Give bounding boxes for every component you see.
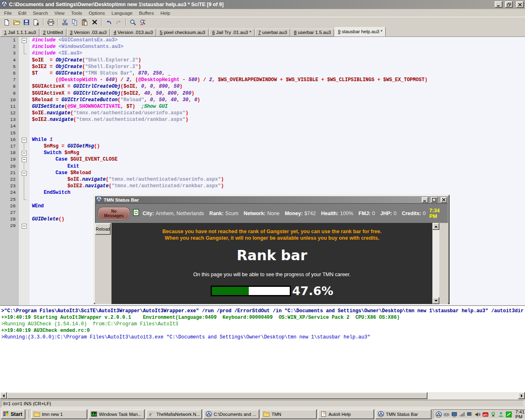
- code-text: $oIE = ObjCreate("Shell.Explorer.2"): [30, 57, 141, 64]
- task-button-tmn-status-bar[interactable]: TMN Status Bar: [375, 409, 432, 419]
- tab-9[interactable]: 9 stausbar help.au3 *: [334, 27, 386, 36]
- network-warning-tray-icon[interactable]: ?: [467, 411, 473, 418]
- new-file-icon[interactable]: [2, 18, 11, 27]
- fold-toggle[interactable]: [19, 37, 30, 43]
- scroll-up-button[interactable]: [432, 223, 439, 230]
- menu-edit[interactable]: Edit: [15, 10, 30, 16]
- line-number: 24: [0, 189, 19, 196]
- menu-tools[interactable]: Tools: [68, 10, 86, 16]
- windows-flag-icon: [3, 411, 9, 418]
- ati-tray-icon[interactable]: ATI: [482, 411, 489, 418]
- tab-2[interactable]: 2 Untitled: [40, 29, 66, 36]
- task-button-autoit-help[interactable]: ?AutoIt Help: [318, 409, 374, 419]
- wireless-tray-icon[interactable]: [506, 411, 512, 418]
- no-messages-button[interactable]: No Messages: [98, 207, 130, 220]
- output-line: >"C:\Program Files\AutoIt3\SciTE\AutoIt3…: [1, 308, 524, 314]
- task-button-c-documents-and-[interactable]: C:\Documents and ...: [203, 409, 259, 419]
- line-number: 7: [0, 77, 19, 83]
- fold-toggle[interactable]: [19, 170, 30, 176]
- fold-margin: [19, 50, 30, 57]
- open-file-icon[interactable]: [12, 18, 21, 27]
- task-button-tmn[interactable]: TMN: [261, 409, 317, 419]
- scrollbar-track[interactable]: [432, 230, 439, 297]
- cut-icon[interactable]: [60, 18, 70, 27]
- scroll-right-button[interactable]: [518, 392, 525, 399]
- svg-text:?: ?: [470, 413, 473, 418]
- tab-4[interactable]: 4 Version .013.au3: [110, 29, 156, 36]
- signal-tray-icon[interactable]: [459, 411, 465, 418]
- tab-6[interactable]: 6 Jail Try .01.au3 *: [209, 29, 255, 36]
- start-button[interactable]: Start: [1, 409, 25, 419]
- tmn-maximize-button[interactable]: [431, 197, 437, 203]
- tab-8[interactable]: 8 userbar 1.5.au3: [291, 29, 334, 36]
- tmn-titlebar[interactable]: TMN Status Bar: [95, 196, 448, 203]
- fold-toggle[interactable]: [19, 136, 30, 143]
- output-pane[interactable]: >"C:\Program Files\AutoIt3\SciTE\AutoIt3…: [0, 306, 525, 392]
- paste-icon[interactable]: [80, 18, 89, 27]
- horizontal-scrollbar[interactable]: [0, 392, 525, 399]
- menu-language[interactable]: Language: [108, 10, 136, 16]
- tab-5[interactable]: 5 pixel checksum.au3: [157, 29, 209, 36]
- print-icon[interactable]: [46, 18, 55, 27]
- fold-margin: [19, 209, 30, 216]
- minimize-button[interactable]: [495, 1, 502, 8]
- menu-view[interactable]: View: [51, 10, 68, 16]
- code-line: 21 Case $Reload: [0, 170, 525, 176]
- tmn-minimize-button[interactable]: [422, 197, 428, 203]
- svg-text:ATI: ATI: [483, 413, 488, 416]
- line-number: 22: [0, 176, 19, 183]
- gamepad-tray-icon[interactable]: [443, 411, 450, 418]
- task-button-themafianetwork-n-[interactable]: eTheMafiaNetwork.N...: [146, 409, 202, 419]
- fold-margin: [19, 143, 30, 150]
- tab-7[interactable]: 7 userbar.au3: [255, 29, 290, 36]
- menu-help[interactable]: Help: [157, 10, 173, 16]
- restore-button[interactable]: [505, 1, 513, 8]
- fold-margin: [19, 77, 30, 83]
- autoit-tray-icon[interactable]: [436, 411, 442, 418]
- task-button-windows-task-man-[interactable]: Windows Task Man...: [89, 409, 145, 419]
- menu-search[interactable]: Search: [30, 10, 51, 16]
- stat-jhp: JHP:0: [380, 211, 396, 216]
- fold-toggle[interactable]: [19, 150, 30, 156]
- display-tray-icon[interactable]: [451, 411, 457, 418]
- code-line: 18 Switch $nMsg: [0, 150, 525, 156]
- redo-icon[interactable]: [114, 18, 123, 27]
- copy-icon[interactable]: [70, 18, 80, 27]
- tmn-close-button[interactable]: [441, 197, 447, 203]
- user-tray-icon[interactable]: [498, 411, 504, 418]
- undo-icon[interactable]: [104, 18, 114, 27]
- find-icon[interactable]: [128, 18, 138, 27]
- close-file-icon[interactable]: [32, 18, 41, 27]
- fold-margin: [19, 70, 30, 77]
- reload-button[interactable]: Reload: [95, 223, 111, 235]
- certificate-tray-icon[interactable]: [490, 411, 496, 418]
- tmn-window-title: TMN Status Bar: [104, 198, 420, 202]
- replace-icon[interactable]: [138, 18, 148, 27]
- refresh-page-icon[interactable]: [133, 209, 139, 218]
- taskbar-grip[interactable]: [28, 410, 29, 419]
- fold-toggle[interactable]: [19, 156, 30, 163]
- save-file-icon[interactable]: [22, 18, 31, 27]
- code-text: $Reload = GUICtrlCreateButton("Reload", …: [30, 97, 200, 103]
- rankbar-description: On this page you will be able to see the…: [111, 272, 432, 277]
- scrollbar-thumb[interactable]: [7, 392, 427, 399]
- rankbar-vertical-scrollbar[interactable]: [432, 223, 439, 304]
- fold-toggle[interactable]: [19, 222, 30, 229]
- tab-1[interactable]: 1 Jail 1.1.1.au3: [1, 29, 39, 36]
- stat-credits: Credits:0: [402, 211, 425, 216]
- menu-file[interactable]: File: [1, 10, 15, 16]
- scroll-down-button[interactable]: [432, 297, 439, 304]
- menu-options[interactable]: Options: [85, 10, 108, 16]
- line-number: 23: [0, 183, 19, 189]
- close-button[interactable]: [516, 1, 524, 8]
- fold-margin: [19, 97, 30, 103]
- scroll-left-button[interactable]: [0, 392, 7, 399]
- volume-tray-icon[interactable]: [475, 411, 481, 418]
- task-button-tmn-new-1[interactable]: tmn new 1: [31, 409, 87, 419]
- output-line: +>19:40:19 Starting AutoIt3Wrapper v.2.0…: [1, 314, 524, 321]
- delete-icon[interactable]: [90, 18, 99, 27]
- menu-buffers[interactable]: Buffers: [136, 10, 157, 16]
- scrollbar-track[interactable]: [427, 392, 518, 399]
- tab-3[interactable]: 3 Version .03.au3: [67, 29, 110, 36]
- line-number: 15: [0, 130, 19, 136]
